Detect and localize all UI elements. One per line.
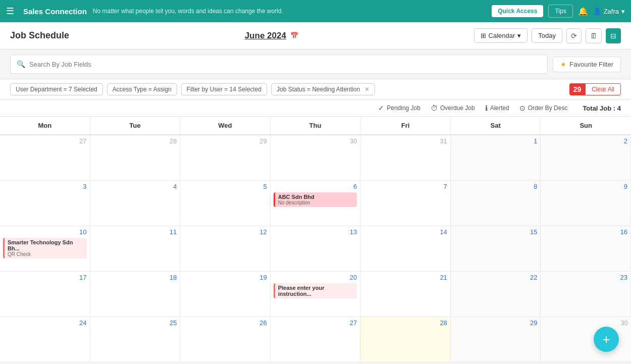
filter-job-status-close-icon[interactable]: ✕ — [364, 86, 370, 93]
calendar-cell-jun7[interactable]: 7 — [360, 181, 451, 226]
grid-icon: ⊞ — [481, 32, 486, 39]
filter-button[interactable]: ⊟ — [606, 28, 621, 43]
filter-user-department[interactable]: User Department = 7 Selected — [10, 83, 103, 95]
calendar-cell-jun28[interactable]: 28 — [360, 317, 451, 362]
favourite-filter-button[interactable]: ★ Favourite Filter — [553, 57, 621, 72]
calendar-cell-jun3[interactable]: 3 — [0, 181, 90, 226]
overdue-job-label: Overdue Job — [440, 105, 475, 112]
alerted-icon: ℹ — [485, 104, 488, 112]
filter-job-status[interactable]: Job Status = Needing Attention ✕ — [271, 83, 375, 95]
calendar-cell-jun16[interactable]: 16 — [541, 226, 631, 272]
calendar-cell-jun11[interactable]: 11 — [90, 226, 181, 272]
calendar-cell-jun25[interactable]: 25 — [90, 317, 181, 362]
chevron-down-icon: ▾ — [517, 32, 521, 39]
brand-name: Sales Connection — [23, 7, 87, 16]
day-header-fri: Fri — [360, 117, 451, 134]
event-title: ABC Sdn Bhd — [278, 194, 354, 200]
favourite-filter-label: Favourite Filter — [569, 61, 613, 68]
page-controls: ⊞ Calendar ▾ Today ⟳ 🗓 ⊟ — [474, 28, 621, 43]
calendar-cell-jun29[interactable]: 29 — [451, 317, 541, 362]
refresh-button[interactable]: ⟳ — [566, 28, 582, 43]
user-avatar-icon: 👤 — [593, 8, 601, 15]
calendar-cell-jun15[interactable]: 15 — [451, 226, 541, 272]
calendar-cell-jun27[interactable]: 27 — [271, 317, 361, 362]
top-navigation: ☰ Sales Connection No matter what people… — [0, 0, 631, 22]
nav-right-section: Quick Access Tips 🔔 👤 Zafra ▾ — [492, 5, 625, 18]
filter-bar: User Department = 7 Selected Access Type… — [0, 79, 631, 100]
calendar-cell-jun2[interactable]: 2 — [541, 135, 631, 181]
event-desc: QR Check — [8, 251, 84, 257]
event-abc-sdn-bhd[interactable]: ABC Sdn Bhd No description — [274, 192, 357, 207]
add-job-fab[interactable]: + — [594, 327, 619, 352]
day-header-sat: Sat — [451, 117, 541, 134]
hamburger-icon[interactable]: ☰ — [6, 6, 14, 17]
calendar-cell-jun6[interactable]: 6 ABC Sdn Bhd No description — [271, 181, 361, 226]
calendar-cell-jun26[interactable]: 26 — [180, 317, 271, 362]
date-container: June 2024 📅 — [69, 31, 474, 41]
filter-count-badge: 29 — [569, 83, 586, 95]
overdue-job-icon: ⏱ — [431, 104, 438, 112]
calendar-cell-jun14[interactable]: 14 — [360, 226, 451, 272]
day-header-wed: Wed — [180, 117, 271, 134]
calendar-cell-jun17[interactable]: 17 — [0, 272, 90, 317]
calendar-cell-jun21[interactable]: 21 — [360, 272, 451, 317]
date-picker-button[interactable]: 🗓 — [586, 28, 602, 43]
calendar-cell-may27[interactable]: 27 — [0, 135, 90, 181]
today-button[interactable]: Today — [532, 28, 562, 43]
day-header-sun: Sun — [541, 117, 631, 134]
view-label: Calendar — [489, 32, 515, 39]
filter-by-user-label: Filter by User = 14 Selected — [187, 86, 261, 93]
calendar-cell-may30[interactable]: 30 — [271, 135, 361, 181]
quick-access-button[interactable]: Quick Access — [492, 5, 543, 17]
calendar-view-button[interactable]: ⊞ Calendar ▾ — [474, 28, 528, 43]
calendar-cell-jun8[interactable]: 8 — [451, 181, 541, 226]
calendar-cell-jun23[interactable]: 23 — [541, 272, 631, 317]
star-icon: ★ — [560, 61, 566, 68]
user-menu[interactable]: 👤 Zafra ▾ — [593, 8, 625, 15]
calendar-date-icon[interactable]: 📅 — [290, 32, 298, 39]
order-label: Order By Desc — [528, 105, 568, 112]
page-header: Job Schedule June 2024 📅 ⊞ Calendar ▾ To… — [0, 22, 631, 49]
total-jobs-count: Total Job : 4 — [583, 105, 621, 112]
filter-access-type[interactable]: Access Type = Assign — [107, 83, 177, 95]
calendar-cell-jun18[interactable]: 18 — [90, 272, 181, 317]
calendar-cell-may31[interactable]: 31 — [360, 135, 451, 181]
overdue-job-status[interactable]: ⏱ Overdue Job — [431, 104, 475, 112]
calendar-cell-jun5[interactable]: 5 — [180, 181, 271, 226]
chevron-down-icon: ▾ — [621, 8, 625, 15]
calendar-cell-may28[interactable]: 28 — [90, 135, 181, 181]
user-name: Zafra — [604, 8, 619, 15]
nav-tagline: No matter what people tell you, words an… — [93, 8, 486, 15]
filter-count-clear: 29 Clear All — [569, 83, 621, 95]
order-by-desc[interactable]: ⊙ Order By Desc — [519, 104, 568, 112]
calendar-cell-jun20[interactable]: 20 Please enter your instruction... — [271, 272, 361, 317]
calendar-cell-jun1[interactable]: 1 — [451, 135, 541, 181]
alerted-label: Alerted — [490, 105, 509, 112]
calendar-cell-jun10[interactable]: 10 Smarter Technology Sdn Bh... QR Check — [0, 226, 90, 272]
filter-job-status-label: Job Status = Needing Attention — [277, 86, 360, 93]
clear-all-button[interactable]: Clear All — [585, 83, 621, 95]
pending-job-status[interactable]: ✓ Pending Job — [378, 104, 420, 112]
calendar: Mon Tue Wed Thu Fri Sat Sun 27 28 29 30 … — [0, 117, 631, 362]
event-instruction[interactable]: Please enter your instruction... — [274, 283, 357, 298]
filter-access-type-label: Access Type = Assign — [113, 86, 172, 93]
calendar-cell-jun22[interactable]: 22 — [451, 272, 541, 317]
search-input[interactable] — [29, 61, 541, 68]
calendar-cell-jun13[interactable]: 13 — [271, 226, 361, 272]
notification-bell-icon[interactable]: 🔔 — [578, 7, 588, 16]
filter-by-user[interactable]: Filter by User = 14 Selected — [181, 83, 267, 95]
calendar-cell-may29[interactable]: 29 — [180, 135, 271, 181]
search-input-wrap: 🔍 — [10, 55, 548, 74]
event-smarter-tech[interactable]: Smarter Technology Sdn Bh... QR Check — [3, 238, 87, 258]
status-bar: ✓ Pending Job ⏱ Overdue Job ℹ Alerted ⊙ … — [0, 100, 631, 117]
calendar-cell-jun24[interactable]: 24 — [0, 317, 90, 362]
tips-button[interactable]: Tips — [548, 5, 572, 18]
day-header-tue: Tue — [90, 117, 181, 134]
calendar-cell-jun4[interactable]: 4 — [90, 181, 181, 226]
calendar-cell-jun9[interactable]: 9 — [541, 181, 631, 226]
calendar-cell-jun19[interactable]: 19 — [180, 272, 271, 317]
day-header-mon: Mon — [0, 117, 90, 134]
calendar-cell-jun12[interactable]: 12 — [180, 226, 271, 272]
search-bar: 🔍 ★ Favourite Filter — [0, 49, 631, 79]
alerted-status[interactable]: ℹ Alerted — [485, 104, 509, 112]
